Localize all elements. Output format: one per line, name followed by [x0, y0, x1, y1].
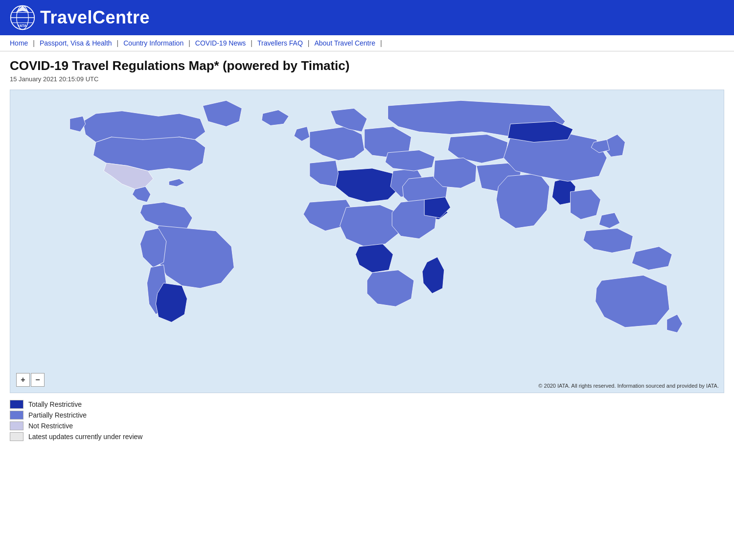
iata-logo-icon: IATA — [10, 5, 35, 30]
map-controls: + − — [16, 373, 45, 387]
logo-container: IATA TravelCentre — [10, 5, 150, 30]
site-header: IATA TravelCentre — [0, 0, 734, 35]
legend-label-totally-restrictive: Totally Restrictive — [28, 400, 82, 408]
legend-label-not-restrictive: Not Restrictive — [28, 422, 73, 430]
zoom-out-button[interactable]: − — [31, 373, 45, 387]
map-copyright: © 2020 IATA. All rights reserved. Inform… — [538, 383, 719, 389]
nav-sep-5: | — [308, 39, 310, 47]
nav-sep-6: | — [380, 39, 382, 47]
legend-item-totally-restrictive: Totally Restrictive — [10, 400, 724, 409]
svg-text:IATA: IATA — [18, 23, 26, 28]
world-map-container[interactable]: + − © 2020 IATA. All rights reserved. In… — [10, 90, 724, 393]
main-nav: Home | Passport, Visa & Health | Country… — [0, 35, 734, 51]
nav-sep-4: | — [251, 39, 252, 47]
legend-color-totally-restrictive — [10, 400, 23, 409]
page-timestamp: 15 January 2021 20:15:09 UTC — [10, 75, 724, 83]
legend-label-under-review: Latest updates currently under review — [28, 433, 142, 441]
map-legend: Totally Restrictive Partially Restrictiv… — [0, 393, 734, 448]
legend-item-not-restrictive: Not Restrictive — [10, 421, 724, 430]
site-title: TravelCentre — [40, 7, 150, 28]
nav-country[interactable]: Country Information — [123, 38, 184, 48]
legend-color-not-restrictive — [10, 421, 23, 430]
nav-faq[interactable]: Travellers FAQ — [257, 38, 303, 48]
zoom-in-button[interactable]: + — [16, 373, 30, 387]
nav-sep-3: | — [188, 39, 190, 47]
legend-item-under-review: Latest updates currently under review — [10, 432, 724, 441]
nav-passport[interactable]: Passport, Visa & Health — [40, 38, 112, 48]
legend-color-under-review — [10, 432, 23, 441]
legend-item-partially-restrictive: Partially Restrictive — [10, 411, 724, 420]
world-map-svg — [10, 90, 724, 393]
legend-color-partially-restrictive — [10, 411, 23, 420]
legend-label-partially-restrictive: Partially Restrictive — [28, 411, 87, 419]
nav-covid-news[interactable]: COVID-19 News — [195, 38, 246, 48]
page-title: COVID-19 Travel Regulations Map* (powere… — [10, 58, 724, 73]
nav-home[interactable]: Home — [10, 38, 28, 48]
nav-sep-1: | — [33, 39, 35, 47]
nav-about[interactable]: About Travel Centre — [314, 38, 375, 48]
nav-sep-2: | — [117, 39, 119, 47]
page-title-section: COVID-19 Travel Regulations Map* (powere… — [0, 51, 734, 85]
